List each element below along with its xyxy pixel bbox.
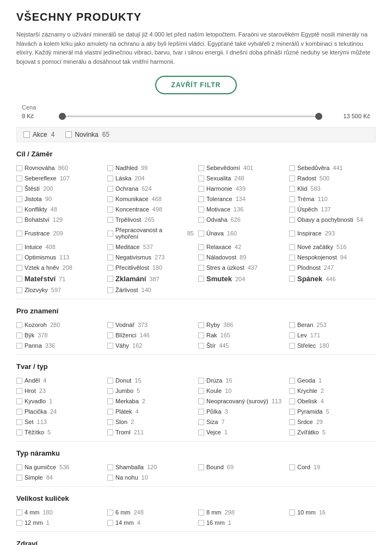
list-item[interactable]: Drúza16 <box>198 376 285 385</box>
item-checkbox[interactable] <box>16 332 22 338</box>
item-checkbox[interactable] <box>107 287 113 293</box>
item-checkbox[interactable] <box>289 231 295 237</box>
item-checkbox[interactable] <box>198 409 204 415</box>
list-item[interactable]: Přepracovanost a vyhoření85 <box>107 226 194 241</box>
item-checkbox[interactable] <box>16 175 22 181</box>
list-item[interactable]: Obelisk4 <box>289 397 376 405</box>
list-item[interactable]: Sebereflexe107 <box>16 174 103 183</box>
item-checkbox[interactable] <box>198 429 204 435</box>
item-checkbox[interactable] <box>289 510 295 516</box>
list-item[interactable]: Placička24 <box>16 407 103 416</box>
list-item[interactable]: 14 mm4 <box>107 518 194 527</box>
item-checkbox[interactable] <box>198 332 204 338</box>
item-checkbox[interactable] <box>16 322 22 328</box>
list-item[interactable]: Harmonie439 <box>198 184 285 193</box>
list-item[interactable]: Negativismus273 <box>107 253 194 262</box>
list-item[interactable]: Koncentrace498 <box>107 205 194 214</box>
item-checkbox[interactable] <box>16 343 22 349</box>
list-item[interactable]: Inspirace293 <box>289 226 376 241</box>
list-item[interactable]: Zvířátko5 <box>289 428 376 437</box>
item-checkbox[interactable] <box>107 265 113 271</box>
list-item[interactable]: Zklamání387 <box>107 274 194 284</box>
list-item[interactable]: Merkaba2 <box>107 397 194 405</box>
item-checkbox[interactable] <box>289 244 295 250</box>
list-item[interactable]: Intuice408 <box>16 243 103 251</box>
item-checkbox[interactable] <box>198 419 204 425</box>
filter-akce[interactable]: Akce 4 <box>23 131 54 138</box>
item-checkbox[interactable] <box>289 255 295 261</box>
item-checkbox[interactable] <box>16 207 22 213</box>
list-item[interactable]: Náladovost89 <box>198 253 285 262</box>
list-item[interactable]: Blíženci146 <box>107 331 194 340</box>
list-item[interactable]: 16 mm1 <box>198 518 285 527</box>
item-checkbox[interactable] <box>16 186 22 192</box>
list-item[interactable]: Jumbo5 <box>107 386 194 395</box>
slider-thumb-left[interactable] <box>59 113 66 120</box>
item-checkbox[interactable] <box>107 322 113 328</box>
item-checkbox[interactable] <box>198 165 204 171</box>
item-checkbox[interactable] <box>107 378 113 384</box>
item-checkbox[interactable] <box>107 429 113 435</box>
list-item[interactable]: Bound69 <box>198 463 285 471</box>
list-item[interactable]: Bohatství129 <box>16 215 103 224</box>
list-item[interactable]: Býk378 <box>16 331 103 340</box>
list-item[interactable]: Těžítko5 <box>16 428 103 437</box>
akce-checkbox[interactable] <box>23 131 30 138</box>
list-item[interactable]: Štěstí200 <box>16 184 103 193</box>
price-slider-track[interactable] <box>59 116 322 117</box>
list-item[interactable]: Relaxace42 <box>198 243 285 251</box>
list-item[interactable]: Nové začátky516 <box>289 243 376 251</box>
item-checkbox[interactable] <box>198 255 204 261</box>
list-item[interactable]: Spánek446 <box>289 274 376 284</box>
item-checkbox[interactable] <box>289 165 295 171</box>
list-item[interactable]: Shamballa120 <box>107 463 194 471</box>
item-checkbox[interactable] <box>107 464 113 470</box>
list-item[interactable]: Hrot23 <box>16 386 103 395</box>
item-checkbox[interactable] <box>107 196 113 202</box>
list-item[interactable]: Obavy a pochybnosti54 <box>289 215 376 224</box>
list-item[interactable]: Tréma110 <box>289 195 376 203</box>
item-checkbox[interactable] <box>107 165 113 171</box>
list-item[interactable]: Konflikty48 <box>16 205 103 214</box>
list-item[interactable]: Stres a úzkost437 <box>198 263 285 272</box>
list-item[interactable]: Optimismus113 <box>16 253 103 262</box>
list-item[interactable]: Vztek a hněv208 <box>16 263 103 272</box>
item-checkbox[interactable] <box>16 255 22 261</box>
item-checkbox[interactable] <box>107 388 113 394</box>
item-checkbox[interactable] <box>107 186 113 192</box>
list-item[interactable]: Na nohu10 <box>107 473 194 482</box>
list-item[interactable]: 12 mm1 <box>16 518 103 527</box>
item-checkbox[interactable] <box>289 276 295 282</box>
item-checkbox[interactable] <box>198 276 204 282</box>
list-item[interactable]: Rak165 <box>198 331 285 340</box>
list-item[interactable]: Nespokojenost94 <box>289 253 376 262</box>
item-checkbox[interactable] <box>107 343 113 349</box>
list-item[interactable]: Váhy162 <box>107 341 194 350</box>
item-checkbox[interactable] <box>16 520 22 526</box>
item-checkbox[interactable] <box>107 276 113 282</box>
list-item[interactable]: Donut15 <box>107 376 194 385</box>
item-checkbox[interactable] <box>198 464 204 470</box>
list-item[interactable]: Střelec180 <box>289 341 376 350</box>
list-item[interactable]: 4 mm180 <box>16 508 103 517</box>
item-checkbox[interactable] <box>16 388 22 394</box>
list-item[interactable]: Úspěch137 <box>289 205 376 214</box>
list-item[interactable]: Přecitlivělost180 <box>107 263 194 272</box>
item-checkbox[interactable] <box>198 175 204 181</box>
item-checkbox[interactable] <box>198 217 204 223</box>
item-checkbox[interactable] <box>16 244 22 250</box>
item-checkbox[interactable] <box>16 265 22 271</box>
item-checkbox[interactable] <box>16 378 22 384</box>
list-item[interactable]: Beran253 <box>289 320 376 329</box>
item-checkbox[interactable] <box>16 196 22 202</box>
list-item[interactable]: 10 mm16 <box>289 508 376 517</box>
item-checkbox[interactable] <box>289 419 295 425</box>
item-checkbox[interactable] <box>16 510 22 516</box>
item-checkbox[interactable] <box>107 475 113 481</box>
list-item[interactable]: Frustrace209 <box>16 226 103 241</box>
item-checkbox[interactable] <box>289 332 295 338</box>
list-item[interactable]: Srdce29 <box>289 417 376 426</box>
list-item[interactable]: Sexualita248 <box>198 174 285 183</box>
item-checkbox[interactable] <box>107 244 113 250</box>
list-item[interactable]: Jistota90 <box>16 195 103 203</box>
